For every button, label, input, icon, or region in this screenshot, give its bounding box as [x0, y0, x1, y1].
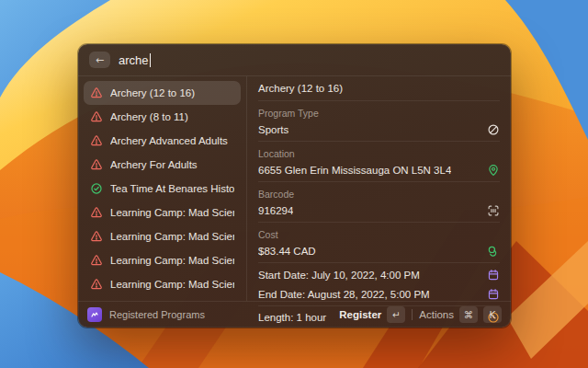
location-value: 6655 Glen Erin Mississauga ON L5N 3L4	[258, 165, 451, 176]
search-input[interactable]: arche	[119, 53, 151, 67]
list-item-archery-advanced[interactable]: Archery Advanced Adults	[84, 129, 241, 153]
barcode-value: 916294	[258, 205, 293, 216]
location-label: Location	[258, 142, 500, 159]
extension-name: Registered Programs	[109, 309, 332, 320]
cost-row: $83.44 CAD	[258, 240, 500, 262]
search-bar: ← arche	[78, 44, 511, 75]
extension-app-icon	[87, 307, 102, 322]
list-item-label: Tea Time At Benares Historic Ho...	[110, 183, 234, 194]
launcher-window: ← arche Archery (12 to 16) Archery (8 to…	[78, 44, 511, 328]
detail-title: Archery (12 to 16)	[258, 76, 500, 100]
location-row: 6655 Glen Erin Mississauga ON L5N 3L4	[258, 159, 500, 181]
command-key-icon: ⌘	[459, 306, 478, 323]
list-item-label: Learning Camp: Mad Science -...	[110, 231, 234, 242]
barcode-label: Barcode	[258, 182, 500, 200]
list-item-learning-camp-1[interactable]: Learning Camp: Mad Science -...	[84, 201, 241, 224]
calendar-icon	[487, 288, 500, 301]
list-item-label: Archery (12 to 16)	[110, 87, 195, 98]
list-item-learning-camp-2[interactable]: Learning Camp: Mad Science -...	[84, 224, 241, 248]
warning-triangle-icon	[90, 206, 103, 219]
warning-triangle-icon	[90, 134, 103, 147]
footer-separator	[412, 309, 413, 320]
results-list: Archery (12 to 16) Archery (8 to 11) Arc…	[78, 76, 246, 301]
warning-triangle-icon	[90, 254, 103, 267]
return-key-icon: ↵	[387, 306, 405, 323]
program-type-row: Sports	[258, 119, 500, 141]
register-button[interactable]: Register ↵	[339, 306, 405, 323]
start-date-value: Start Date: July 10, 2022, 4:00 PM	[258, 270, 420, 281]
list-item-archery-12-16[interactable]: Archery (12 to 16)	[84, 81, 241, 105]
sports-ball-icon	[487, 123, 500, 136]
list-item-label: Learning Camp: Mad Science -...	[110, 255, 234, 266]
barcode-scan-icon	[487, 204, 500, 217]
warning-triangle-icon	[90, 278, 103, 291]
check-circle-icon	[90, 182, 103, 195]
list-item-learning-camp-3[interactable]: Learning Camp: Mad Science -...	[84, 248, 241, 272]
actions-button[interactable]: Actions ⌘ K	[419, 306, 502, 323]
warning-triangle-icon	[90, 110, 103, 123]
search-query: arche	[119, 53, 149, 67]
back-arrow-icon: ←	[96, 55, 104, 65]
text-caret	[150, 53, 152, 67]
list-item-label: Archery (8 to 11)	[110, 111, 188, 122]
start-date-row: Start Date: July 10, 2022, 4:00 PM	[258, 266, 500, 283]
coins-icon	[487, 245, 500, 258]
list-item-label: Learning Camp: Mad Science -...	[110, 207, 234, 218]
list-item-label: Learning Camp: Mad Science -...	[110, 279, 234, 290]
register-label: Register	[339, 309, 381, 320]
list-item-label: Archery Advanced Adults	[110, 135, 228, 146]
end-date-value: End Date: August 28, 2022, 5:00 PM	[258, 289, 430, 300]
cost-value: $83.44 CAD	[258, 246, 316, 257]
k-key-icon: K	[483, 306, 502, 323]
back-button[interactable]: ←	[89, 52, 110, 68]
list-item-archery-adults[interactable]: Archery For Adults	[84, 153, 241, 177]
cost-label: Cost	[258, 223, 500, 240]
footer-bar: Registered Programs Register ↵ Actions ⌘…	[78, 302, 511, 328]
list-item-archery-8-11[interactable]: Archery (8 to 11)	[84, 105, 241, 129]
warning-triangle-icon	[90, 86, 103, 99]
map-pin-icon	[487, 164, 500, 177]
detail-panel: Archery (12 to 16) Program Type Sports L…	[247, 76, 511, 301]
list-item-tea-time[interactable]: Tea Time At Benares Historic Ho...	[84, 177, 241, 201]
list-item-label: Archery For Adults	[110, 159, 198, 170]
warning-triangle-icon	[90, 230, 103, 243]
program-type-label: Program Type	[258, 101, 500, 119]
dates-section: Start Date: July 10, 2022, 4:00 PM End D…	[258, 263, 500, 305]
warning-triangle-icon	[90, 158, 103, 171]
calendar-icon	[487, 269, 500, 282]
barcode-row: 916294	[258, 200, 500, 222]
list-item-learning-camp-4[interactable]: Learning Camp: Mad Science -...	[84, 272, 241, 296]
program-type-value: Sports	[258, 124, 288, 135]
actions-label: Actions	[419, 309, 454, 320]
